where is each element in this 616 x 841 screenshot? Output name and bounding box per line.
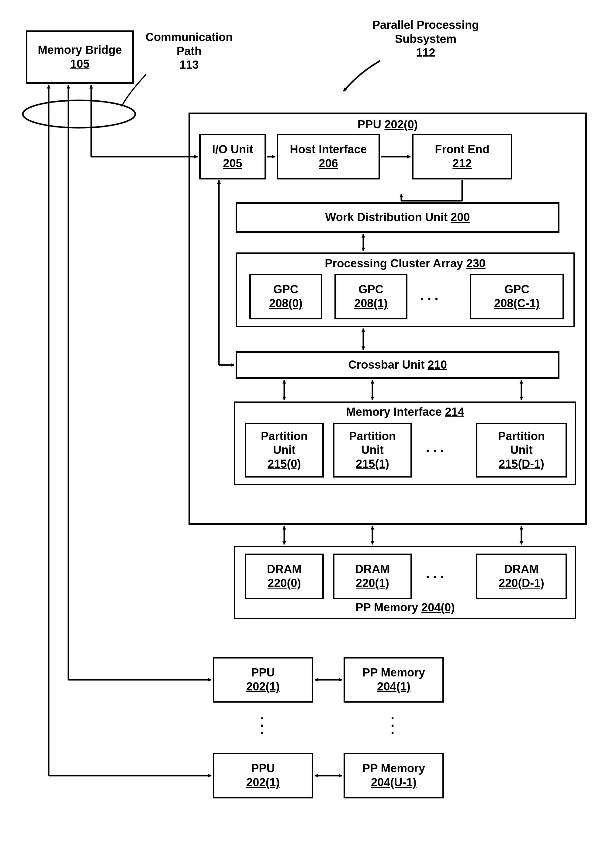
ppu0-header: PPU 202(0) (358, 118, 418, 132)
ppu-vdots: ··· (260, 715, 264, 737)
gpcC-block: GPC 208(C-1) (470, 274, 564, 319)
front-end-block: Front End 212 (412, 134, 512, 179)
ppmem0-header: PP Memory 204(0) (355, 601, 455, 615)
dramD-block: DRAM 220(D-1) (476, 553, 567, 599)
dram0-block: DRAM 220(0) (245, 553, 324, 599)
pca-header: Processing Cluster Array 230 (325, 257, 485, 271)
host-interface-block: Host Interface 206 (277, 134, 380, 179)
ppmemU-block: PP Memory 204(U-1) (343, 753, 444, 798)
dram1-block: DRAM 220(1) (333, 553, 412, 599)
pu1-block: Partition Unit 215(1) (333, 423, 412, 477)
memory-bridge-title: Memory Bridge (38, 43, 122, 57)
memory-bridge-block: Memory Bridge 105 (26, 31, 134, 84)
comm-path-label: Communication Path 113 (142, 31, 236, 72)
memory-bridge-ref: 105 (70, 57, 89, 71)
ppuU-block: PPU 202(1) (213, 753, 313, 798)
puD-block: Partition Unit 215(D-1) (476, 423, 567, 477)
dram-ellipsis: ··· (426, 569, 447, 586)
io-unit-block: I/O Unit 205 (199, 134, 266, 179)
gpc0-block: GPC 208(0) (249, 274, 322, 319)
memif-header: Memory Interface 214 (346, 405, 464, 419)
subsystem-label: Parallel Processing Subsystem 112 (365, 18, 487, 60)
ppmem-vdots: ··· (391, 715, 395, 737)
pu0-block: Partition Unit 215(0) (245, 423, 324, 477)
gpc-ellipsis: ··· (420, 291, 441, 307)
ppu1-block: PPU 202(1) (213, 657, 313, 703)
wdu-block: Work Distribution Unit 200 (236, 202, 559, 233)
gpc1-block: GPC 208(1) (334, 274, 408, 319)
pu-ellipsis: ··· (426, 443, 447, 459)
crossbar-block: Crossbar Unit 210 (236, 351, 559, 379)
svg-point-0 (23, 100, 135, 128)
ppmem1-block: PP Memory 204(1) (343, 657, 444, 703)
